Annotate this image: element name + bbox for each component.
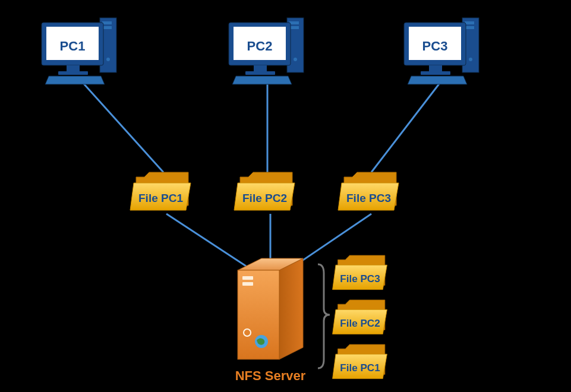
server-icon [238, 258, 303, 359]
server-folder-2-label: File PC2 [340, 318, 380, 329]
svg-line-2 [371, 83, 440, 172]
pc2-label: PC2 [247, 39, 273, 53]
globe-icon [255, 335, 268, 348]
server-folder-1-label: File PC1 [340, 362, 380, 374]
server-folder-1: File PC1 [333, 344, 387, 379]
server-label: NFS Server [235, 368, 306, 383]
server-folder-2: File PC2 [333, 300, 387, 334]
pc2-icon: PC2 [229, 18, 304, 84]
svg-rect-15 [242, 276, 253, 280]
pc3-icon: PC3 [404, 18, 479, 84]
svg-rect-16 [242, 282, 253, 286]
pc3-label: PC3 [422, 39, 448, 53]
folder-pc2: File PC2 [234, 172, 295, 210]
bracket-icon [318, 264, 330, 368]
svg-line-0 [83, 83, 163, 172]
pc1-icon: PC1 [42, 18, 116, 84]
nfs-diagram: PC1 PC2 PC3 File PC1 File PC2 File PC3 [0, 0, 571, 392]
pc1-label: PC1 [60, 39, 86, 53]
server-folder-3-label: File PC3 [340, 273, 380, 284]
folder-pc3-label: File PC3 [346, 192, 391, 204]
server-folder-3: File PC3 [333, 255, 387, 290]
folder-pc1: File PC1 [130, 172, 191, 210]
folder-pc1-label: File PC1 [138, 192, 183, 204]
folder-pc2-label: File PC2 [242, 192, 287, 204]
folder-pc3: File PC3 [338, 172, 399, 210]
